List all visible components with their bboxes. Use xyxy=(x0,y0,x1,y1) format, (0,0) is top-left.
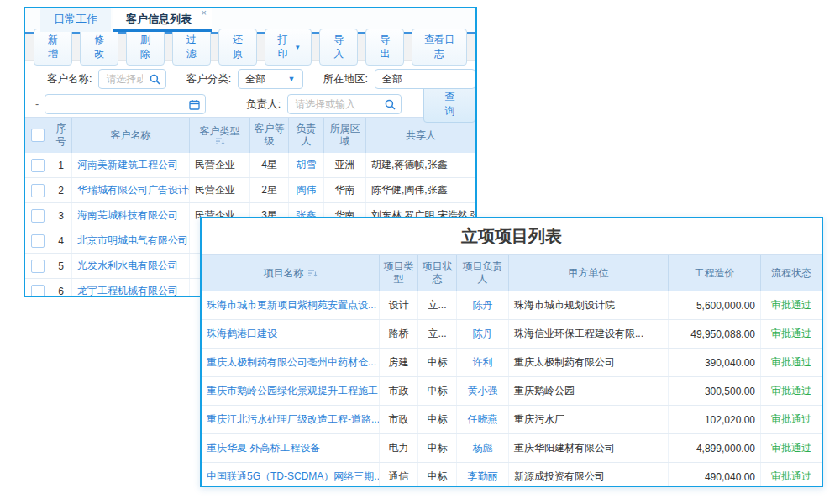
flow-status[interactable]: 审批通过 xyxy=(761,463,822,487)
toolbar-button[interactable]: 新增 xyxy=(34,29,72,66)
customer-name-link[interactable]: 龙宇工程机械有限公司 xyxy=(72,279,190,297)
project-owner-link[interactable]: 黄小强 xyxy=(457,377,509,405)
project-name-link[interactable]: 重庆华夏 外高桥工程设备 xyxy=(202,434,380,462)
row-checkbox[interactable] xyxy=(31,234,45,248)
region-input[interactable] xyxy=(375,73,475,85)
project-owner-link[interactable]: 陈丹 xyxy=(457,291,509,319)
row-checkbox[interactable] xyxy=(31,184,45,197)
row-no: 6 xyxy=(50,279,72,297)
toolbar-button[interactable]: 过滤 xyxy=(172,29,211,66)
customer-name-input[interactable] xyxy=(99,73,149,85)
flow-status[interactable]: 审批通过 xyxy=(761,349,822,376)
header-customer-level: 客户等级 xyxy=(250,118,289,153)
project-name-link[interactable]: 珠海鹤港口建设 xyxy=(202,320,380,348)
selected-value: 全部 xyxy=(245,72,265,87)
toolbar-button[interactable]: 删除 xyxy=(126,29,165,66)
project-status: 中标 xyxy=(418,406,457,433)
date-input[interactable] xyxy=(45,98,189,110)
tab-label: 日常工作 xyxy=(54,13,97,25)
toolbar-button-label: 打印 xyxy=(276,33,291,61)
customer-name-link[interactable]: 北京市明城电气有限公司 xyxy=(72,228,190,253)
customer-name-link[interactable]: 光发水利水电有限公司 xyxy=(72,254,190,278)
row-no: 3 xyxy=(50,203,72,228)
desktop-canvas: 日常工作 客户信息列表 × 新增 修改 删除 xyxy=(0,0,840,504)
owner-input-wrap xyxy=(287,94,402,114)
toolbar: 新增 修改 删除 过滤 还原 xyxy=(25,34,475,61)
row-checkbox[interactable] xyxy=(31,260,45,273)
customer-region: 亚洲 xyxy=(324,153,366,177)
owner-input[interactable] xyxy=(288,98,385,110)
customer-category-label: 客户分类: xyxy=(186,72,231,87)
filter-row-2: - 负责人: 查询 xyxy=(25,92,475,117)
search-icon[interactable] xyxy=(150,74,160,85)
sort-icon xyxy=(215,138,225,145)
row-checkbox[interactable] xyxy=(31,209,45,223)
customer-name-link[interactable]: 华瑞城有限公司广告设计部 xyxy=(72,178,190,202)
project-owner-link[interactable]: 杨彪 xyxy=(457,434,509,462)
toolbar-button[interactable]: 导入 xyxy=(319,29,358,66)
customer-row: 2 华瑞城有限公司广告设计部 民营企业 2星 陶伟 华南 陈华健,陶伟,张鑫 xyxy=(25,178,475,203)
owner-link[interactable]: 胡雪 xyxy=(289,153,324,177)
flow-status[interactable]: 审批通过 xyxy=(761,320,822,348)
header-shared: 共享人 xyxy=(366,118,475,153)
search-icon[interactable] xyxy=(385,99,396,110)
project-row: 珠海市城市更新项目紫桐苑安置点设... 设计 立... 陈丹 珠海市城市规划设计… xyxy=(202,291,822,320)
project-owner-link[interactable]: 李勤丽 xyxy=(457,463,509,487)
project-name-link[interactable]: 珠海市城市更新项目紫桐苑安置点设... xyxy=(202,291,380,319)
flow-status[interactable]: 审批通过 xyxy=(761,406,822,433)
party-name: 珠海市城市规划设计院 xyxy=(509,291,669,319)
project-name-link[interactable]: 重庆太极制药有限公司亳州中药材仓... xyxy=(202,349,380,376)
project-cost: 5,600,000.00 xyxy=(669,291,761,319)
toolbar-button[interactable]: 还原 xyxy=(218,29,257,66)
row-checkbox[interactable] xyxy=(31,159,45,172)
project-type: 房建 xyxy=(380,349,418,376)
header-project-status: 项目状态 xyxy=(418,255,457,291)
party-name: 重庆污水厂 xyxy=(509,406,669,433)
toolbar-button-label: 导出 xyxy=(376,33,393,61)
shared-people: 胡建,蒋德帧,张鑫 xyxy=(366,153,475,177)
calendar-icon[interactable] xyxy=(189,99,200,110)
flow-status[interactable]: 审批通过 xyxy=(761,434,822,462)
toolbar-button[interactable]: 查看日志 xyxy=(412,29,467,66)
owner-link[interactable]: 陶伟 xyxy=(289,178,324,202)
party-name: 珠海信业环保工程建设有限... xyxy=(509,320,669,348)
project-owner-link[interactable]: 陈丹 xyxy=(457,320,509,348)
customer-name-link[interactable]: 河南美新建筑工程公司 xyxy=(72,153,190,177)
toolbar-button[interactable]: 修改 xyxy=(80,29,118,66)
toolbar-button-label: 还原 xyxy=(229,33,246,61)
customer-category-select[interactable]: 全部 ▼ xyxy=(238,69,302,89)
select-all-checkbox[interactable] xyxy=(31,129,45,142)
project-name-link[interactable]: 重庆市鹅岭公园绿化景观提升工程施工 xyxy=(202,377,380,405)
project-owner-link[interactable]: 许利 xyxy=(457,349,509,376)
tab-label: 客户信息列表 xyxy=(126,13,192,25)
region-label: 所在地区: xyxy=(323,72,368,87)
flow-status[interactable]: 审批通过 xyxy=(761,291,822,319)
header-project-name[interactable]: 项目名称 xyxy=(202,255,380,291)
customer-table-header: 序号 客户名称 客户类型 客户等级 负责人 所属区域 共享人 xyxy=(25,117,475,153)
region-select[interactable] xyxy=(375,69,475,89)
toolbar-button-label: 导入 xyxy=(330,33,347,61)
toolbar-button-label: 新增 xyxy=(45,33,61,61)
header-no: 序号 xyxy=(50,118,72,153)
header-customer-name[interactable]: 客户名称 xyxy=(72,118,190,153)
row-checkbox[interactable] xyxy=(31,285,45,298)
project-row: 珠海鹤港口建设 路桥 立... 陈丹 珠海信业环保工程建设有限... 49,95… xyxy=(202,320,822,349)
tab-customer-list[interactable]: 客户信息列表 × xyxy=(113,8,212,32)
toolbar-button[interactable]: 导出 xyxy=(365,29,404,66)
tab-daily-work[interactable]: 日常工作 xyxy=(40,8,111,32)
owner-filter-label: 负责人: xyxy=(246,97,281,112)
party-name: 重庆鹅岭公园 xyxy=(509,377,669,405)
project-owner-link[interactable]: 任晓燕 xyxy=(457,406,509,433)
flow-status[interactable]: 审批通过 xyxy=(761,377,822,405)
customer-name-link[interactable]: 海南芜城科技有限公司 xyxy=(72,203,190,228)
customer-name-input-wrap xyxy=(98,69,165,89)
header-owner: 负责人 xyxy=(289,118,324,153)
caret-down-icon: ▼ xyxy=(288,75,296,83)
project-status: 中标 xyxy=(418,349,457,376)
toolbar-button[interactable]: 打印 ▼ xyxy=(265,29,312,66)
close-icon[interactable]: × xyxy=(202,8,207,18)
shared-people: 陈华健,陶伟,张鑫 xyxy=(366,178,475,202)
project-name-link[interactable]: 重庆江北污水处理厂级改造工程-道路... xyxy=(202,406,380,433)
project-name-link[interactable]: 中国联通5G（TD-SCDMA）网络三期... xyxy=(202,463,380,487)
header-customer-type[interactable]: 客户类型 xyxy=(190,118,250,153)
